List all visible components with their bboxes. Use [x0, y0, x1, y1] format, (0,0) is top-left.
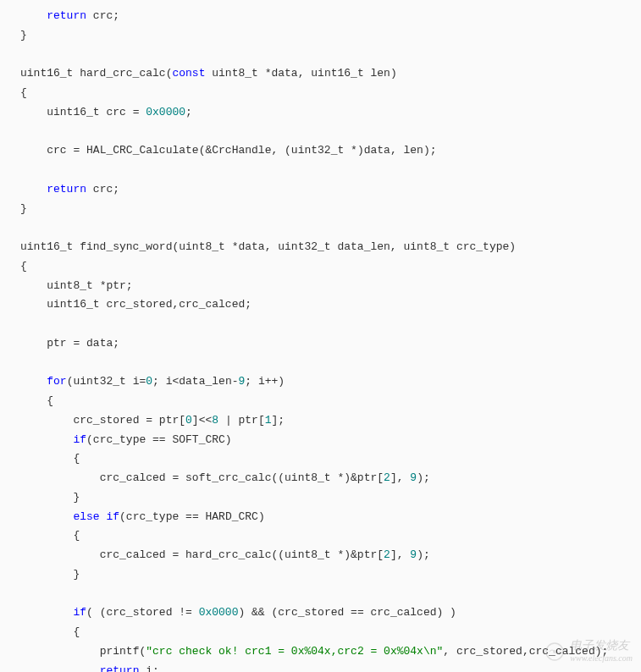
code-viewer: return crc;} uint16_t hard_crc_calc(cons…: [0, 7, 641, 672]
code-line: uint16_t crc = 0x0000;: [20, 103, 621, 123]
token-keyword: if: [106, 510, 119, 523]
token-plain: ]<<: [192, 414, 212, 427]
token-plain: ) && (crc_stored == crc_calced) ): [238, 606, 456, 619]
token-number: 2: [384, 471, 390, 484]
token-plain: uint8_t *data, uint16_t len): [205, 67, 396, 80]
token-plain: ; i++): [245, 375, 285, 388]
token-keyword: return: [47, 9, 86, 22]
token-plain: crc = HAL_CRC_Calculate(&CrcHandle, (uin…: [47, 144, 436, 157]
code-line: if(crc_type == SOFT_CRC): [20, 431, 621, 450]
token-plain: crc_calced = soft_crc_calc((uint8_t *)&p…: [100, 471, 384, 484]
code-line: [20, 46, 621, 65]
token-keyword: for: [47, 375, 66, 388]
token-plain: ( (crc_stored !=: [86, 606, 199, 619]
code-line: return i;: [20, 662, 621, 673]
token-plain: }: [73, 568, 80, 581]
code-line: return crc;: [20, 180, 621, 200]
code-line: printf("crc check ok! crc1 = 0x%04x,crc2…: [20, 642, 621, 662]
code-line: crc_stored = ptr[0]<<8 | ptr[1];: [20, 411, 621, 431]
code-line: {: [20, 84, 621, 103]
token-plain: {: [20, 86, 27, 99]
code-line: else if(crc_type == HARD_CRC): [20, 508, 621, 527]
token-number: 2: [384, 548, 390, 561]
token-string: "crc check ok! crc1 = 0x%04x,crc2 = 0x%0…: [146, 645, 443, 658]
token-plain: ;: [185, 106, 192, 118]
token-number: 9: [410, 548, 417, 561]
token-plain: );: [417, 471, 430, 484]
token-keyword: else: [73, 510, 99, 523]
code-line: {: [20, 449, 621, 469]
watermark-logo-icon: [544, 642, 565, 662]
token-plain: ],: [390, 548, 410, 561]
token-keyword: const: [172, 67, 205, 80]
token-plain: {: [47, 394, 53, 407]
token-plain: (uint32_t i=: [67, 375, 146, 388]
code-line: uint16_t crc_stored,crc_calced;: [20, 295, 621, 315]
token-number: 1: [265, 414, 272, 427]
token-plain: uint8_t *ptr;: [47, 279, 132, 292]
code-line: {: [20, 392, 621, 411]
token-plain: uint16_t find_sync_word(uint8_t *data, u…: [20, 240, 516, 253]
code-line: crc_calced = hard_crc_calc((uint8_t *)&p…: [20, 546, 621, 565]
code-line: return crc;: [20, 7, 621, 26]
code-line: {: [20, 257, 621, 277]
token-plain: uint16_t crc_stored,crc_calced;: [47, 298, 251, 311]
code-line: if( (crc_stored != 0x0000) && (crc_store…: [20, 603, 621, 623]
token-number: 0: [146, 375, 152, 388]
token-number: 0x0000: [199, 606, 239, 619]
code-line: [20, 354, 621, 373]
watermark-url: www.elecfans.com: [570, 653, 633, 664]
token-plain: (crc_type == SOFT_CRC): [86, 433, 232, 446]
code-line: uint16_t hard_crc_calc(const uint8_t *da…: [20, 64, 621, 84]
code-line: [20, 585, 621, 604]
code-line: crc_calced = soft_crc_calc((uint8_t *)&p…: [20, 469, 621, 488]
token-plain: uint16_t crc =: [47, 106, 146, 118]
watermark: 电子发烧友 www.elecfans.com: [544, 639, 633, 664]
token-plain: i;: [139, 664, 158, 673]
token-plain: ];: [272, 414, 285, 427]
token-plain: crc;: [86, 183, 119, 196]
code-line: }: [20, 565, 621, 585]
code-line: uint16_t find_sync_word(uint8_t *data, u…: [20, 238, 621, 257]
token-plain: crc;: [86, 9, 119, 22]
token-plain: uint16_t hard_crc_calc(: [20, 67, 172, 80]
svg-point-1: [553, 650, 556, 653]
code-line: for(uint32_t i=0; i<data_len-9; i++): [20, 372, 621, 392]
token-plain: }: [73, 491, 80, 504]
token-plain: {: [20, 260, 27, 273]
code-line: ptr = data;: [20, 334, 621, 354]
token-keyword: return: [100, 664, 140, 673]
token-plain: ptr = data;: [47, 337, 119, 350]
token-number: 0: [185, 414, 192, 427]
code-line: [20, 218, 621, 238]
token-plain: {: [73, 625, 80, 638]
token-plain: );: [417, 548, 430, 561]
code-line: }: [20, 200, 621, 219]
code-line: {: [20, 623, 621, 642]
token-number: 8: [212, 414, 218, 427]
token-plain: printf(: [100, 645, 146, 658]
token-plain: {: [73, 529, 80, 542]
token-plain: | ptr[: [218, 414, 265, 427]
token-keyword: if: [73, 433, 86, 446]
token-plain: ; i<data_len-: [152, 375, 238, 388]
token-plain: }: [20, 202, 27, 215]
token-keyword: if: [73, 606, 86, 619]
token-plain: (crc_type == HARD_CRC): [119, 510, 265, 523]
token-number: 9: [410, 471, 417, 484]
code-line: }: [20, 26, 621, 46]
token-plain: }: [20, 29, 27, 41]
watermark-chinese: 电子发烧友: [570, 639, 633, 653]
token-plain: {: [73, 452, 80, 465]
token-number: 0x0000: [146, 106, 185, 118]
code-line: uint8_t *ptr;: [20, 277, 621, 296]
token-plain: ],: [390, 471, 410, 484]
code-line: [20, 123, 621, 142]
code-line: [20, 315, 621, 334]
token-keyword: return: [47, 183, 86, 196]
code-line: [20, 161, 621, 180]
code-line: }: [20, 488, 621, 508]
code-line: crc = HAL_CRC_Calculate(&CrcHandle, (uin…: [20, 141, 621, 161]
token-plain: crc_calced = hard_crc_calc((uint8_t *)&p…: [100, 548, 384, 561]
watermark-text: 电子发烧友 www.elecfans.com: [570, 639, 633, 664]
